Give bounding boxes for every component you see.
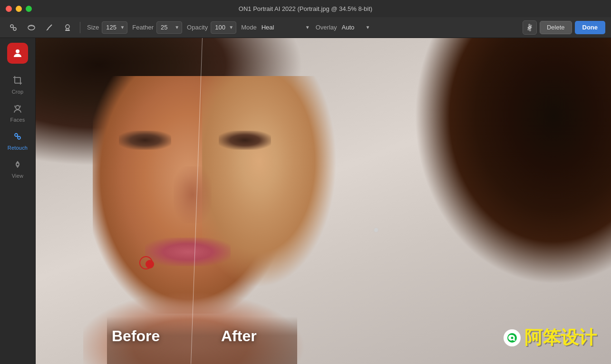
right-eye xyxy=(219,131,271,150)
feather-dropdown[interactable]: 25 0 10 50 75 100 xyxy=(156,21,182,34)
sidebar-item-crop[interactable]: Crop xyxy=(2,71,33,97)
brush-tool-button[interactable] xyxy=(42,20,57,35)
window-title: ON1 Portrait AI 2022 (Portrait.jpg @ 34.… xyxy=(239,5,372,12)
mode-dropdown[interactable]: Heal Clone Perfect Eraser xyxy=(260,21,311,34)
svg-point-14 xyxy=(15,134,18,136)
svg-point-19 xyxy=(511,336,514,339)
crop-icon xyxy=(12,75,23,87)
watermark: 阿笨设计 xyxy=(504,326,597,350)
svg-point-5 xyxy=(66,25,69,29)
sidebar-item-crop-label: Crop xyxy=(12,89,24,95)
sidebar-item-view-label: View xyxy=(12,173,23,179)
svg-point-8 xyxy=(16,49,19,53)
opacity-label: Opacity xyxy=(187,24,208,31)
close-button[interactable] xyxy=(6,6,12,12)
maximize-button[interactable] xyxy=(26,6,32,12)
svg-line-16 xyxy=(18,136,18,137)
settings-button[interactable] xyxy=(523,20,537,35)
main-content: Crop Faces Reto xyxy=(0,38,611,364)
size-dropdown-wrapper[interactable]: 125 50 75 100 150 200 ▼ xyxy=(102,21,127,34)
sidebar-item-faces-label: Faces xyxy=(10,117,25,123)
app-logo xyxy=(7,43,28,64)
toolbar-separator-1 xyxy=(80,22,80,33)
sidebar-item-faces[interactable]: Faces xyxy=(2,99,33,125)
mode-label: Mode xyxy=(241,24,257,31)
nose-area xyxy=(174,166,212,223)
retouch-dot-inner-1 xyxy=(145,260,154,268)
sidebar-item-retouch-label: Retouch xyxy=(8,145,28,151)
watermark-icon xyxy=(504,329,521,346)
size-dropdown[interactable]: 125 50 75 100 150 200 xyxy=(102,21,127,34)
faces-icon xyxy=(12,103,23,115)
overlay-dropdown[interactable]: Auto Always Never xyxy=(340,21,371,34)
view-icon xyxy=(12,159,23,171)
titlebar: ON1 Portrait AI 2022 (Portrait.jpg @ 34.… xyxy=(0,0,611,17)
retouch-icon xyxy=(12,131,23,143)
watermark-text: 阿笨设计 xyxy=(524,326,597,350)
opacity-dropdown[interactable]: 100 25 50 75 xyxy=(211,21,236,34)
svg-rect-6 xyxy=(66,29,69,30)
overlay-label: Overlay xyxy=(316,24,337,31)
earring xyxy=(374,228,378,232)
svg-point-0 xyxy=(10,25,13,28)
svg-point-1 xyxy=(13,28,16,30)
sidebar-item-view[interactable]: View xyxy=(2,155,33,182)
svg-point-13 xyxy=(16,105,19,109)
minimize-button[interactable] xyxy=(16,6,22,12)
sidebar-item-retouch[interactable]: Retouch xyxy=(2,127,33,153)
opacity-dropdown-wrapper[interactable]: 100 25 50 75 ▼ xyxy=(211,21,236,34)
canvas-area[interactable]: Before After 阿笨设计 xyxy=(36,38,611,364)
overlay-dropdown-wrapper[interactable]: Auto Always Never ▼ xyxy=(340,21,371,34)
svg-line-2 xyxy=(13,27,14,28)
svg-line-4 xyxy=(48,25,52,29)
lips-area xyxy=(145,238,231,266)
toolbar: Size 125 50 75 100 150 200 ▼ Feather 25 … xyxy=(0,17,611,38)
hair-right xyxy=(323,38,611,299)
done-button[interactable]: Done xyxy=(575,21,606,34)
delete-button[interactable]: Delete xyxy=(540,21,572,34)
select-tool-button[interactable] xyxy=(6,20,21,35)
after-label: After xyxy=(221,327,257,345)
svg-point-15 xyxy=(18,136,20,139)
svg-rect-7 xyxy=(65,30,70,31)
feather-label: Feather xyxy=(132,24,154,31)
stamp-tool-button[interactable] xyxy=(60,20,75,35)
sidebar: Crop Faces Reto xyxy=(0,38,36,364)
size-label: Size xyxy=(87,24,99,31)
paint-tool-button[interactable] xyxy=(24,20,39,35)
portrait-photo xyxy=(36,38,611,364)
traffic-lights xyxy=(6,6,32,12)
before-label: Before xyxy=(112,327,160,345)
feather-dropdown-wrapper[interactable]: 25 0 10 50 75 100 ▼ xyxy=(156,21,182,34)
left-eye xyxy=(119,131,171,150)
mode-dropdown-wrapper[interactable]: Heal Clone Perfect Eraser ▼ xyxy=(260,21,311,34)
